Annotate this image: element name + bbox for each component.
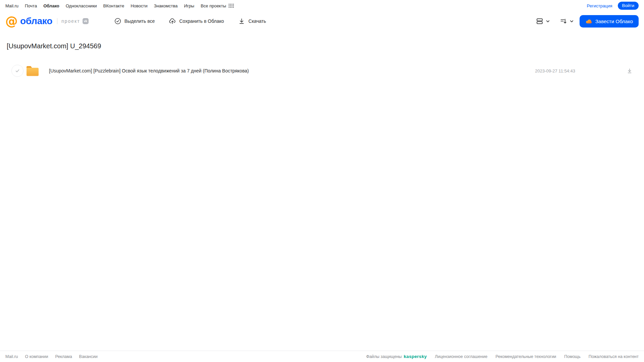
login-button[interactable]: Войти [618, 2, 639, 10]
nav-znakomstva[interactable]: Знакомства [154, 3, 178, 8]
apps-grid-icon [229, 4, 234, 8]
footer-help-link[interactable]: Помощь [564, 354, 580, 359]
mailru-at-icon: @ [5, 15, 18, 27]
download-icon [626, 67, 633, 74]
nav-odnoklassniki[interactable]: Одноклассники [66, 3, 97, 8]
nav-mailru[interactable]: Mail.ru [5, 3, 18, 8]
chevron-down-icon [545, 19, 550, 24]
select-all-label: Выделить все [125, 18, 155, 24]
sort-icon [559, 17, 567, 25]
cloud-logo-text: облако [20, 16, 52, 27]
registration-link[interactable]: Регистрация [587, 3, 612, 8]
nav-novosti[interactable]: Новости [131, 3, 147, 8]
cloud-upload-icon [169, 17, 176, 25]
check-icon [15, 68, 20, 73]
protected-label: Файлы защищены [366, 354, 402, 359]
portal-nav-links: Mail.ru Почта Облако Одноклассники ВКонт… [5, 3, 234, 8]
nav-all-projects[interactable]: Все проекты [201, 3, 234, 8]
footer-right-links: Файлы защищены kaspersky Лицензионное со… [366, 354, 639, 359]
footer-license-link[interactable]: Лицензионное соглашение [435, 354, 488, 359]
view-mode-dropdown[interactable] [536, 17, 550, 25]
create-cloud-button[interactable]: Завести Облако [580, 15, 639, 28]
footer-about-link[interactable]: О компании [25, 354, 48, 359]
footer-report-content-link[interactable]: Пожаловаться на контент [589, 354, 639, 359]
save-to-cloud-button[interactable]: Сохранить в Облако [169, 17, 224, 25]
page-title: [UsupovMarket.com] U_294569 [7, 42, 644, 50]
nav-oblako[interactable]: Облако [43, 3, 59, 8]
portal-nav-auth: Регистрация Войти [587, 2, 639, 10]
footer-jobs-link[interactable]: Вакансии [79, 354, 98, 359]
chevron-down-icon [569, 19, 574, 24]
footer-left-links: Mail.ru О компании Реклама Вакансии [5, 354, 98, 359]
create-cloud-label: Завести Облако [595, 18, 633, 24]
footer-recommendation-tech-link[interactable]: Рекомендательные технологии [495, 354, 556, 359]
footer-ads-link[interactable]: Реклама [55, 354, 72, 359]
sort-dropdown[interactable] [559, 17, 574, 25]
cloud-logo[interactable]: @ облако проект vk [5, 15, 89, 27]
file-row[interactable]: [UsupovMarket.com] [Puzzlebrain] Освой я… [0, 63, 644, 78]
action-toolbar: Выделить все Сохранить в Облако Скачат [114, 17, 266, 25]
file-date: 2023-09-27 11:54:43 [535, 68, 575, 73]
logo-divider [57, 18, 57, 24]
portal-navbar: Mail.ru Почта Облако Одноклассники ВКонт… [0, 0, 644, 11]
nav-igry[interactable]: Игры [184, 3, 194, 8]
row-checkbox[interactable] [11, 65, 23, 77]
footer-mailru-link[interactable]: Mail.ru [5, 354, 18, 359]
circle-check-icon [114, 17, 121, 25]
save-to-cloud-label: Сохранить в Облако [179, 18, 224, 24]
header-right-controls: Завести Облако [536, 15, 639, 28]
vk-project-label: проект [61, 18, 80, 24]
nav-pochta[interactable]: Почта [25, 3, 37, 8]
kaspersky-logo[interactable]: kaspersky [404, 354, 427, 359]
cloud-icon [585, 18, 592, 25]
folder-icon[interactable] [26, 66, 39, 76]
rows-view-icon [536, 17, 544, 25]
nav-all-projects-label: Все проекты [201, 3, 226, 8]
vk-logo-icon: vk [83, 18, 89, 24]
cloud-header: @ облако проект vk Выделить все [0, 11, 644, 31]
nav-vkontakte[interactable]: ВКонтакте [103, 3, 125, 8]
download-label: Скачать [248, 18, 266, 24]
file-name[interactable]: [UsupovMarket.com] [Puzzlebrain] Освой я… [49, 68, 249, 73]
shared-folder-view: [UsupovMarket.com] U_294569 [Us [0, 42, 644, 78]
download-icon [238, 17, 245, 25]
download-button[interactable]: Скачать [238, 17, 266, 25]
kaspersky-protection: Файлы защищены kaspersky [366, 354, 427, 359]
row-download-button[interactable] [626, 67, 633, 74]
select-all-button[interactable]: Выделить все [114, 17, 155, 25]
page-footer: Mail.ru О компании Реклама Вакансии Файл… [0, 351, 644, 362]
